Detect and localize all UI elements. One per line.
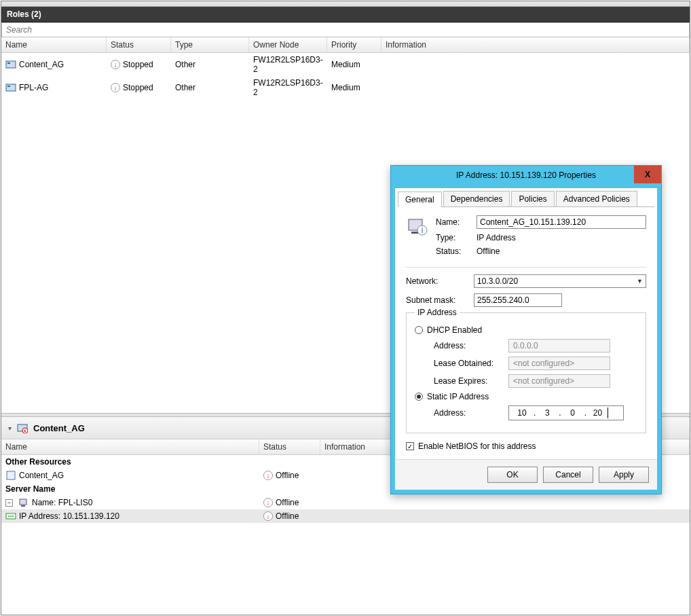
ip-address-icon: [5, 511, 16, 522]
stopped-icon: [111, 83, 120, 92]
role-icon: [17, 422, 28, 433]
role-name: FPL-AG: [19, 83, 48, 92]
tab-dependencies[interactable]: Dependencies: [443, 191, 510, 206]
svg-rect-7: [20, 499, 26, 505]
checkbox-icon: [406, 442, 414, 450]
role-priority: Medium: [331, 83, 360, 92]
table-row[interactable]: FPL-AG Stopped Other FW12R2LSP16D3-2 Med…: [1, 76, 690, 99]
static-ip-input[interactable]: . . .: [508, 405, 624, 420]
lease-expires-value: <not configured>: [508, 374, 610, 388]
role-priority: Medium: [331, 60, 360, 69]
search-input[interactable]: [2, 23, 689, 37]
name-input[interactable]: [477, 215, 646, 229]
static-radio[interactable]: Static IP Address: [415, 392, 637, 401]
col-information[interactable]: Information: [381, 37, 690, 52]
value-status: Offline: [477, 247, 500, 256]
network-value: 10.3.0.0/20: [477, 276, 518, 286]
role-type: Other: [175, 83, 195, 92]
label-type: Type:: [436, 233, 477, 242]
tab-policies[interactable]: Policies: [511, 191, 554, 206]
col-status[interactable]: Status: [107, 37, 171, 52]
roles-column-headers: Name Status Type Owner Node Priority Inf…: [1, 37, 690, 53]
dialog-title: IP Address: 10.151.139.120 Properties: [456, 170, 596, 180]
svg-rect-0: [6, 61, 16, 68]
apply-button[interactable]: Apply: [599, 467, 649, 483]
table-row[interactable]: Content_AG Stopped Other FW12R2LSP16D3-2…: [1, 53, 690, 76]
chevron-down-icon: ▼: [637, 278, 643, 285]
server-node-label: Name: FPL-LIS0: [32, 498, 92, 507]
ok-button[interactable]: OK: [487, 467, 538, 483]
dcol-status[interactable]: Status: [259, 439, 320, 454]
ip-resource-label: IP Address: 10.151.139.120: [19, 511, 119, 521]
ip-octet-3[interactable]: [563, 407, 583, 418]
label-static-address: Address:: [434, 408, 508, 418]
label-lease-obtained: Lease Obtained:: [434, 359, 508, 368]
radio-icon: [415, 326, 423, 334]
label-subnet: Subnet mask:: [406, 295, 474, 305]
netbios-label: Enable NetBIOS for this address: [418, 441, 536, 451]
label-dhcp-address: Address:: [434, 341, 508, 350]
dhcp-radio[interactable]: DHCP Enabled: [415, 325, 637, 335]
label-name: Name:: [436, 217, 477, 227]
svg-point-11: [10, 515, 12, 517]
role-name: Content_AG: [19, 60, 64, 69]
col-type[interactable]: Type: [171, 37, 249, 52]
tab-advanced-policies[interactable]: Advanced Policies: [556, 191, 637, 206]
close-button[interactable]: X: [634, 166, 661, 183]
role-owner: FW12R2LSP16D3-2: [253, 55, 323, 74]
ip-octet-1[interactable]: [512, 407, 532, 418]
col-owner[interactable]: Owner Node: [249, 37, 327, 52]
role-status: Stopped: [123, 60, 153, 69]
resource-name: Content_AG: [19, 471, 64, 480]
tree-collapse-icon[interactable]: −: [5, 499, 13, 507]
col-priority[interactable]: Priority: [327, 37, 381, 52]
ip-octet-4[interactable]: [588, 407, 608, 418]
col-name[interactable]: Name: [1, 37, 107, 52]
svg-rect-1: [7, 62, 10, 64]
network-combo[interactable]: 10.3.0.0/20▼: [474, 274, 646, 288]
role-type: Other: [175, 60, 195, 69]
roles-panel-title: Roles (2): [1, 7, 690, 22]
svg-text:i: i: [422, 225, 424, 235]
label-status: Status:: [436, 247, 477, 256]
subnet-input: [474, 293, 562, 307]
label-lease-expires: Lease Expires:: [434, 376, 508, 386]
label-network: Network:: [406, 276, 474, 286]
svg-rect-8: [21, 505, 25, 507]
list-item[interactable]: IP Address: 10.151.139.120 Offline: [1, 509, 690, 523]
lease-obtained-value: <not configured>: [508, 357, 610, 370]
offline-icon: [263, 498, 273, 507]
resource-large-icon: i: [406, 215, 430, 260]
window-chrome-top: [1, 1, 690, 7]
stopped-icon: [111, 60, 120, 69]
dhcp-label: DHCP Enabled: [427, 325, 482, 335]
dcol-name[interactable]: Name: [1, 439, 259, 454]
ip-octet-2[interactable]: [537, 407, 557, 418]
role-icon: [5, 59, 16, 70]
properties-dialog: IP Address: 10.151.139.120 Properties X …: [390, 165, 662, 494]
role-owner: FW12R2LSP16D3-2: [253, 78, 323, 97]
server-icon: [18, 497, 29, 508]
svg-point-10: [8, 515, 10, 517]
chevron-down-icon[interactable]: ▾: [8, 424, 12, 432]
svg-rect-2: [6, 84, 16, 91]
detail-title: Content_AG: [33, 423, 85, 433]
dhcp-address-value: 0.0.0.0: [508, 339, 610, 352]
radio-icon: [415, 393, 423, 401]
dialog-title-bar[interactable]: IP Address: 10.151.139.120 Properties X: [391, 166, 661, 184]
svg-rect-6: [7, 471, 15, 479]
server-node-status: Offline: [276, 498, 299, 507]
ip-address-group-label: IP Address: [415, 308, 460, 317]
netbios-checkbox[interactable]: Enable NetBIOS for this address: [406, 441, 646, 451]
svg-rect-3: [7, 86, 10, 87]
svg-point-12: [12, 515, 14, 517]
static-label: Static IP Address: [427, 392, 489, 401]
offline-icon: [263, 471, 273, 480]
role-icon: [5, 82, 16, 93]
list-item[interactable]: − Name: FPL-LIS0 Offline: [1, 496, 690, 509]
role-status: Stopped: [123, 83, 153, 92]
cancel-button[interactable]: Cancel: [543, 467, 593, 483]
tab-general[interactable]: General: [398, 192, 442, 207]
ip-resource-status: Offline: [276, 511, 299, 521]
offline-icon: [263, 511, 273, 521]
